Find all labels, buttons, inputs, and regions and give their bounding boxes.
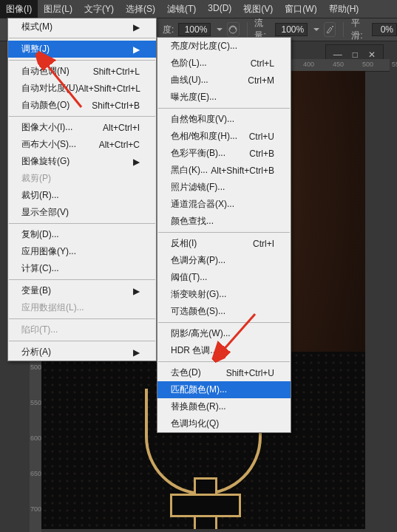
menubar-item[interactable]: 窗口(W): [279, 0, 322, 18]
chevron-down-icon[interactable]: [313, 28, 319, 31]
menu-item[interactable]: 复制(D)...: [8, 226, 156, 243]
menubar-item[interactable]: 3D(D): [202, 0, 237, 18]
ruler-tick: 550: [392, 61, 397, 68]
menubar-item[interactable]: 图层(L): [38, 0, 78, 18]
submenu-arrow-icon: ▶: [133, 22, 140, 33]
chevron-down-icon[interactable]: [217, 28, 223, 31]
menu-item[interactable]: 颜色查找...: [157, 213, 291, 230]
menu-item[interactable]: 分析(A)▶: [8, 344, 156, 361]
menu-item-label: 色彩平衡(B)...: [171, 147, 225, 160]
menu-item-label: 替换颜色(R)...: [171, 400, 226, 413]
opacity-label: 度:: [163, 24, 174, 36]
menu-item: 陷印(T)...: [8, 321, 156, 338]
menu-item[interactable]: 变量(B)▶: [8, 282, 156, 299]
menu-separator: [158, 108, 290, 109]
menu-item[interactable]: 匹配颜色(M)...: [157, 381, 291, 398]
menu-separator: [9, 341, 155, 341]
menu-item-shortcut: Ctrl+U: [249, 132, 274, 142]
menu-item-label: 去色(D): [171, 366, 201, 379]
menu-item-label: 渐变映射(G)...: [171, 288, 226, 301]
menu-item[interactable]: 裁切(R)...: [8, 187, 156, 204]
menu-item-shortcut: Ctrl+M: [248, 75, 274, 86]
menu-item-label: 匹配颜色(M)...: [171, 383, 227, 396]
menu-item[interactable]: 自动色调(N)Shift+Ctrl+L: [8, 63, 156, 80]
menu-item-label: 显示全部(V): [21, 206, 69, 219]
airbrush-icon[interactable]: [324, 22, 336, 37]
maximize-icon[interactable]: □: [353, 50, 358, 60]
menubar-item[interactable]: 图像(I): [0, 0, 38, 18]
menu-item-label: 反相(I): [171, 237, 197, 250]
menu-item[interactable]: 图像大小(I)...Alt+Ctrl+I: [8, 119, 156, 136]
menu-item[interactable]: 渐变映射(G)...: [157, 286, 291, 303]
ruler-tick: 650: [30, 470, 41, 477]
smoothing-label: 平滑:: [351, 17, 367, 42]
menu-item[interactable]: 计算(C)...: [8, 260, 156, 277]
minimize-icon[interactable]: —: [333, 50, 342, 60]
menu-item-label: 图像旋转(G): [21, 155, 69, 168]
menu-item-label: 阈值(T)...: [171, 271, 207, 284]
menubar-item[interactable]: 视图(V): [237, 0, 279, 18]
menu-item-label: 裁剪(P): [21, 172, 51, 185]
menu-item-label: 裁切(R)...: [21, 189, 59, 202]
menu-item-label: 照片滤镜(F)...: [171, 181, 225, 194]
menu-item-shortcut: Ctrl+B: [249, 149, 274, 159]
menu-item-shortcut: Ctrl+I: [253, 239, 274, 249]
menubar-item[interactable]: 滤镜(T): [161, 0, 202, 18]
menu-item[interactable]: 阈值(T)...: [157, 269, 291, 286]
menu-separator: [9, 60, 155, 61]
menu-item-label: 色调均化(Q): [171, 417, 219, 430]
menu-item[interactable]: 曝光度(E)...: [157, 89, 291, 106]
menu-item-shortcut: Alt+Shift+Ctrl+B: [211, 166, 274, 176]
menu-item[interactable]: 曲线(U)...Ctrl+M: [157, 72, 291, 89]
menu-item[interactable]: 图像旋转(G)▶: [8, 153, 156, 170]
menubar-item[interactable]: 帮助(H): [323, 0, 365, 18]
submenu-arrow-icon: ▶: [133, 44, 140, 55]
menu-item-shortcut: Alt+Shift+Ctrl+L: [78, 83, 140, 94]
menu-item[interactable]: 画布大小(S)...Alt+Ctrl+C: [8, 136, 156, 153]
menu-item[interactable]: 可选颜色(S)...: [157, 303, 291, 320]
submenu-arrow-icon: ▶: [133, 157, 140, 167]
menu-item[interactable]: 黑白(K)...Alt+Shift+Ctrl+B: [157, 162, 291, 179]
menu-item[interactable]: 替换颜色(R)...: [157, 398, 291, 415]
menubar-item[interactable]: 选择(S): [120, 0, 161, 18]
menu-item[interactable]: 色调分离(P)...: [157, 252, 291, 269]
menu-item[interactable]: 自然饱和度(V)...: [157, 111, 291, 128]
menu-item-label: 陷印(T)...: [21, 324, 58, 336]
menu-item-shortcut: Alt+Ctrl+I: [103, 123, 140, 133]
menu-item-shortcut: Shift+Ctrl+U: [226, 368, 274, 378]
smoothing-value[interactable]: 0%: [372, 23, 397, 36]
menu-item[interactable]: 应用图像(Y)...: [8, 243, 156, 260]
close-icon[interactable]: ✕: [368, 50, 376, 60]
menu-item[interactable]: 阴影/高光(W)...: [157, 325, 291, 342]
ruler-tick: 700: [30, 505, 41, 513]
flow-value[interactable]: 100%: [275, 23, 308, 36]
menu-item[interactable]: 色阶(L)...Ctrl+L: [157, 55, 291, 72]
menu-item[interactable]: 亮度/对比度(C)...: [157, 38, 291, 55]
menu-item[interactable]: 照片滤镜(F)...: [157, 179, 291, 196]
menu-item-label: 颜色查找...: [171, 215, 214, 228]
menu-separator: [9, 38, 155, 38]
menu-item[interactable]: HDR 色调...: [157, 342, 291, 359]
menubar-item[interactable]: 文字(Y): [78, 0, 120, 18]
menu-item[interactable]: 通道混合器(X)...: [157, 196, 291, 213]
menu-item[interactable]: 反相(I)Ctrl+I: [157, 235, 291, 252]
menu-separator: [158, 361, 290, 362]
menu-item-label: 自动色调(N): [21, 65, 69, 78]
menu-item-label: 应用数据组(L)...: [21, 301, 84, 314]
menu-item: 裁剪(P): [8, 170, 156, 187]
menu-item[interactable]: 色调均化(Q): [157, 415, 291, 432]
menu-item[interactable]: 色彩平衡(B)...Ctrl+B: [157, 145, 291, 162]
menu-item[interactable]: 去色(D)Shift+Ctrl+U: [157, 364, 291, 381]
menu-item-label: 自动对比度(U): [21, 82, 78, 95]
menu-item[interactable]: 自动对比度(U)Alt+Shift+Ctrl+L: [8, 80, 156, 97]
menu-item[interactable]: 模式(M)▶: [8, 18, 156, 35]
menu-item[interactable]: 显示全部(V): [8, 204, 156, 221]
menu-item[interactable]: 色相/饱和度(H)...Ctrl+U: [157, 128, 291, 145]
menu-item[interactable]: 自动颜色(O)Shift+Ctrl+B: [8, 97, 156, 114]
pressure-opacity-icon[interactable]: [227, 22, 239, 37]
menu-item-label: 阴影/高光(W)...: [171, 327, 231, 340]
ruler-tick: 450: [333, 61, 344, 68]
menu-item[interactable]: 调整(J)▶: [8, 41, 156, 58]
opacity-value[interactable]: 100%: [178, 23, 211, 36]
menu-item-label: 通道混合器(X)...: [171, 198, 234, 211]
